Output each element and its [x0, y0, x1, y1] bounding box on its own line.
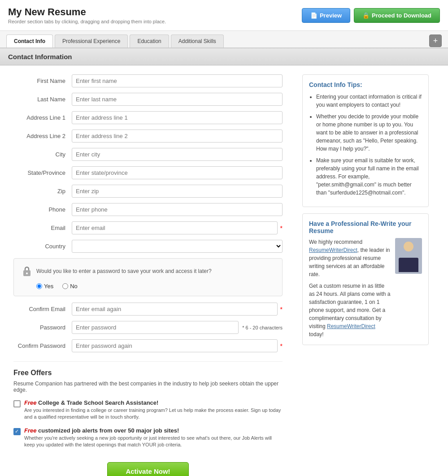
contact-form: First Name Last Name Address Line 1 Addr…: [0, 70, 296, 476]
radio-yes-input[interactable]: [36, 283, 42, 289]
password-input[interactable]: [72, 321, 239, 334]
sidebar-tips-list: Entering your contact information is cri…: [309, 93, 422, 197]
lock-icon: [22, 265, 32, 277]
last-name-label: Last Name: [13, 96, 72, 103]
country-label: Country: [13, 243, 72, 250]
city-row: City: [13, 148, 283, 161]
city-input[interactable]: [72, 148, 283, 161]
first-name-label: First Name: [13, 78, 72, 84]
tabs-bar: Contact Info Professional Experience Edu…: [0, 31, 448, 48]
radio-no-input[interactable]: [62, 283, 68, 289]
person-head: [404, 242, 413, 251]
promo-image: [395, 238, 422, 274]
sidebar-promo-box: Have a Professional Re-Write your Resume…: [302, 213, 429, 345]
last-name-input[interactable]: [72, 93, 283, 106]
tab-education[interactable]: Education: [130, 35, 169, 48]
password-question-text: Would you like to enter a password to sa…: [36, 268, 212, 274]
page-subtitle: Reorder section tabs by clicking, draggi…: [8, 19, 166, 24]
zip-row: Zip: [13, 185, 283, 198]
email-label: Email: [13, 225, 72, 231]
sidebar-tips-box: Contact Info Tips: Entering your contact…: [302, 74, 429, 207]
activate-section: Activate Now!: [13, 455, 283, 476]
city-label: City: [13, 151, 72, 158]
tab-additional-skills[interactable]: Additional Skills: [171, 35, 224, 48]
section-header: Contact Information: [0, 48, 448, 65]
address2-row: Address Line 2: [13, 130, 283, 143]
promo-link-2[interactable]: ResumeWriterDirect: [327, 323, 375, 329]
first-name-input[interactable]: [72, 74, 283, 87]
zip-input[interactable]: [72, 185, 283, 198]
last-name-row: Last Name: [13, 93, 283, 106]
header-actions: 📄 Preview 🔒 Proceed to Download: [302, 8, 440, 23]
password-row: Password * 6 - 20 characters: [13, 321, 283, 334]
radio-yes-option[interactable]: Yes: [36, 283, 53, 290]
free-offers-desc: Resume Companion has partnered with the …: [13, 381, 283, 393]
svg-point-1: [26, 273, 28, 274]
phone-row: Phone: [13, 203, 283, 216]
zip-label: Zip: [13, 188, 72, 195]
password-label: Password: [13, 324, 72, 331]
offer2-title: Free customized job alerts from over 50 …: [24, 427, 283, 434]
download-button[interactable]: 🔒 Proceed to Download: [354, 8, 440, 23]
confirm-password-required-star: *: [280, 342, 283, 350]
sidebar: Contact Info Tips: Entering your contact…: [296, 70, 435, 351]
first-name-row: First Name: [13, 74, 283, 87]
header-title-area: My New Resume Reorder section tabs by cl…: [8, 6, 166, 24]
sidebar-promo-title: Have a Professional Re-Write your Resume: [309, 220, 422, 234]
offer1-title: Free College & Trade School Search Assis…: [24, 399, 283, 406]
confirm-email-label: Confirm Email: [13, 306, 72, 312]
preview-icon: 📄: [310, 12, 318, 19]
state-label: State/Province: [13, 169, 72, 176]
email-input[interactable]: [72, 221, 278, 234]
offer1-free-label: Free: [24, 399, 36, 406]
tab-contact-info[interactable]: Contact Info: [6, 35, 53, 48]
radio-no-option[interactable]: No: [62, 283, 78, 290]
sidebar-tip-1: Entering your contact information is cri…: [316, 93, 422, 109]
download-icon: 🔒: [362, 12, 370, 19]
offer1-desc: Are you interested in finding a college …: [24, 407, 283, 421]
main-content: First Name Last Name Address Line 1 Addr…: [0, 65, 448, 476]
confirm-email-row: Confirm Email *: [13, 303, 283, 316]
country-row: Country United States United Kingdom Can…: [13, 240, 283, 253]
promo-content: We highly recommend ResumeWriterDirect, …: [309, 238, 422, 338]
address2-input[interactable]: [72, 130, 283, 143]
address1-row: Address Line 1: [13, 111, 283, 124]
promo-text-block: We highly recommend ResumeWriterDirect, …: [309, 238, 391, 338]
offer-item-2: Free customized job alerts from over 50 …: [13, 427, 283, 449]
offer2-checkbox[interactable]: [13, 428, 21, 435]
page-header: My New Resume Reorder section tabs by cl…: [0, 0, 448, 31]
offer2-text: Free customized job alerts from over 50 …: [24, 427, 283, 449]
free-offers-section: Free Offers Resume Companion has partner…: [13, 361, 283, 449]
confirm-password-label: Confirm Password: [13, 342, 72, 349]
address2-label: Address Line 2: [13, 133, 72, 139]
offer1-text: Free College & Trade School Search Assis…: [24, 399, 283, 421]
state-row: State/Province: [13, 166, 283, 179]
free-offers-title: Free Offers: [13, 369, 283, 377]
email-required-star: *: [280, 225, 283, 232]
confirm-password-row: Confirm Password *: [13, 339, 283, 352]
page-title: My New Resume: [8, 6, 166, 18]
confirm-password-input[interactable]: [72, 339, 278, 352]
add-tab-button[interactable]: +: [429, 35, 442, 47]
password-section: Would you like to enter a password to sa…: [13, 258, 283, 296]
promo-paragraph-1: We highly recommend ResumeWriterDirect, …: [309, 238, 391, 278]
promo-link-1[interactable]: ResumeWriterDirect: [309, 247, 357, 253]
activate-button[interactable]: Activate Now!: [107, 462, 188, 476]
address1-input[interactable]: [72, 111, 283, 124]
confirm-email-required-star: *: [280, 306, 283, 313]
phone-input[interactable]: [72, 203, 283, 216]
sidebar-tip-3: Make sure your email is suitable for wor…: [316, 156, 422, 197]
password-question-row: Would you like to enter a password to sa…: [22, 265, 274, 277]
email-row: Email *: [13, 221, 283, 234]
password-radio-group: Yes No: [22, 283, 274, 290]
country-select[interactable]: United States United Kingdom Canada: [72, 240, 283, 253]
tab-professional-experience[interactable]: Professional Experience: [55, 35, 128, 48]
state-input[interactable]: [72, 166, 283, 179]
person-body: [399, 258, 418, 272]
confirm-email-input[interactable]: [72, 303, 278, 316]
password-hint: * 6 - 20 characters: [242, 325, 283, 330]
offer1-checkbox[interactable]: [13, 400, 21, 407]
address1-label: Address Line 1: [13, 114, 72, 121]
preview-button[interactable]: 📄 Preview: [302, 8, 350, 23]
sidebar-tips-title: Contact Info Tips:: [309, 81, 422, 88]
